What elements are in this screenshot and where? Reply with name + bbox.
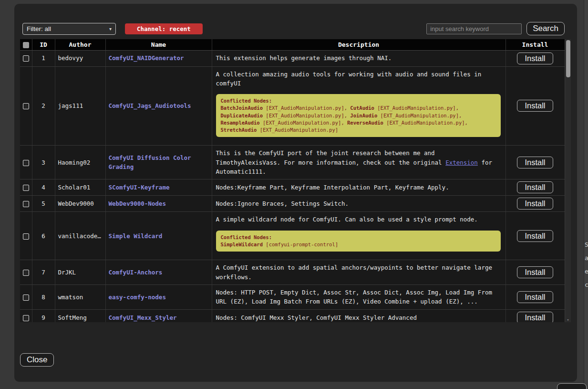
name-cell: SComfyUI-Keyframe xyxy=(105,179,212,196)
author-cell: jags111 xyxy=(55,66,105,146)
name-cell: WebDev9000-Nodes xyxy=(105,196,212,212)
search-input[interactable] xyxy=(426,23,522,34)
id-cell: 2 xyxy=(32,66,55,146)
install-cell: Install xyxy=(505,66,565,146)
checkbox-cell xyxy=(20,196,32,212)
description-cell: A ComfyUI extension to add spatial ancho… xyxy=(212,260,505,285)
install-cell: Install xyxy=(505,146,565,179)
install-button[interactable]: Install xyxy=(517,181,553,193)
dialog-toolbar: Filter: all ▾ Channel: recent Search xyxy=(22,21,565,36)
author-cell: bedovyy xyxy=(55,50,105,66)
row-checkbox[interactable] xyxy=(23,270,29,276)
description-cell: This is the ComfyUI port of the joint re… xyxy=(212,146,505,179)
header-checkbox-cell xyxy=(20,39,32,50)
id-cell: 5 xyxy=(32,196,55,212)
background-text-fragment: e xyxy=(585,268,588,275)
row-checkbox[interactable] xyxy=(23,201,29,207)
author-cell: DrJKL xyxy=(55,260,105,285)
row-checkbox[interactable] xyxy=(23,103,29,109)
custom-nodes-dialog: Filter: all ▾ Channel: recent Search xyxy=(14,4,577,382)
table-scrollbar[interactable]: ▾ xyxy=(565,39,571,322)
author-cell: wmatson xyxy=(55,285,105,310)
name-cell: ComfyUI Diffusion Color Grading xyxy=(105,146,212,179)
description-cell: Nodes:Keyframe Part, Keyframe Interpolat… xyxy=(212,179,505,196)
background-partial-button xyxy=(557,383,587,389)
row-checkbox[interactable] xyxy=(23,55,29,62)
install-cell: Install xyxy=(505,50,565,66)
header-id: ID xyxy=(32,39,55,50)
table-row: 2jags111ComfyUI_Jags_AudiotoolsA collect… xyxy=(20,66,565,146)
table-row: 3Haoming02ComfyUI Diffusion Color Gradin… xyxy=(20,146,565,179)
extension-name-link[interactable]: ComfyUI-Anchors xyxy=(109,269,163,276)
id-cell: 7 xyxy=(32,260,55,285)
extension-name-link[interactable]: ComfyUI_NAIDGenerator xyxy=(109,54,184,62)
row-checkbox[interactable] xyxy=(23,294,29,301)
install-button[interactable]: Install xyxy=(517,312,553,322)
background-text-fragment: S xyxy=(585,241,588,248)
extension-name-link[interactable]: SComfyUI-Keyframe xyxy=(109,184,170,191)
checkbox-cell xyxy=(20,50,32,66)
id-cell: 3 xyxy=(32,146,55,179)
conflicted-nodes-label: Conflicted Nodes: xyxy=(221,234,272,240)
id-cell: 6 xyxy=(32,212,55,260)
description-cell: A collection amazing audio tools for wor… xyxy=(212,66,505,146)
name-cell: ComfyUI-Anchors xyxy=(105,260,212,285)
channel-badge[interactable]: Channel: recent xyxy=(125,23,203,34)
install-button[interactable]: Install xyxy=(517,157,553,168)
install-cell: Install xyxy=(505,179,565,196)
extension-name-link[interactable]: ComfyUI_Jags_Audiotools xyxy=(109,102,191,109)
conflicted-nodes-list: BatchJoinAudio [EXT_AudioManipulation.py… xyxy=(221,105,468,133)
extension-name-link[interactable]: easy-comfy-nodes xyxy=(109,294,166,301)
search-button[interactable]: Search xyxy=(526,22,565,35)
filter-dropdown[interactable]: Filter: all ▾ xyxy=(22,23,116,35)
install-button[interactable]: Install xyxy=(517,53,553,64)
extension-name-link[interactable]: ComfyUI_Mexx_Styler xyxy=(109,314,177,321)
filter-dropdown-value: Filter: all xyxy=(27,25,51,32)
header-install: Install xyxy=(505,39,565,50)
checkbox-cell xyxy=(20,146,32,179)
name-cell: ComfyUI_Mexx_Styler xyxy=(105,309,212,322)
page-background: Filter: all ▾ Channel: recent Search xyxy=(0,0,588,389)
author-cell: Scholar01 xyxy=(55,179,105,196)
checkbox-cell xyxy=(20,309,32,322)
description-cell: Nodes: HTTP POST, Empty Dict, Assoc Str,… xyxy=(212,285,505,310)
author-cell: WebDev9000 xyxy=(55,196,105,212)
install-cell: Install xyxy=(505,285,565,310)
install-button[interactable]: Install xyxy=(517,198,553,210)
extension-name-link[interactable]: ComfyUI Diffusion Color Grading xyxy=(109,154,191,170)
author-cell: vanillacode… xyxy=(55,212,105,260)
author-cell: Haoming02 xyxy=(55,146,105,179)
description-cell: Nodes: ComfyUI Mexx Styler, ComfyUI Mexx… xyxy=(212,309,505,322)
install-cell: Install xyxy=(505,212,565,260)
description-link[interactable]: Extension xyxy=(445,159,478,166)
install-button[interactable]: Install xyxy=(517,266,553,278)
row-checkbox[interactable] xyxy=(23,185,29,191)
name-cell: easy-comfy-nodes xyxy=(105,285,212,310)
table-row: 7DrJKLComfyUI-AnchorsA ComfyUI extension… xyxy=(20,260,565,285)
conflicted-nodes-box: Conflicted Nodes:BatchJoinAudio [EXT_Aud… xyxy=(216,94,501,137)
scroll-down-icon[interactable]: ▾ xyxy=(565,317,571,322)
background-text-fragment: c xyxy=(585,281,588,288)
install-button[interactable]: Install xyxy=(517,100,553,112)
extension-name-link[interactable]: WebDev9000-Nodes xyxy=(109,200,166,207)
description-cell: A simple wildcard node for ComfyUI. Can … xyxy=(212,212,505,260)
close-button[interactable]: Close xyxy=(20,353,54,367)
table-row: 4Scholar01SComfyUI-KeyframeNodes:Keyfram… xyxy=(20,179,565,196)
row-checkbox[interactable] xyxy=(23,315,29,321)
select-all-checkbox[interactable] xyxy=(23,42,29,48)
install-button[interactable]: Install xyxy=(517,291,553,303)
background-text-fragment: a xyxy=(585,254,588,262)
description-cell: Nodes:Ignore Braces, Settings Switch. xyxy=(212,196,505,212)
row-checkbox[interactable] xyxy=(23,160,29,166)
row-checkbox[interactable] xyxy=(23,233,29,240)
window-scrollbar[interactable] xyxy=(584,0,588,389)
id-cell: 1 xyxy=(32,50,55,66)
install-button[interactable]: Install xyxy=(517,230,553,242)
table-row: 6vanillacode…Simple WildcardA simple wil… xyxy=(20,212,565,260)
header-name: Name xyxy=(105,39,212,50)
extension-name-link[interactable]: Simple Wildcard xyxy=(109,232,163,240)
table-scrollbar-thumb[interactable] xyxy=(566,40,570,77)
id-cell: 4 xyxy=(32,179,55,196)
install-cell: Install xyxy=(505,196,565,212)
description-cell: This extension helps generate images thr… xyxy=(212,50,505,66)
